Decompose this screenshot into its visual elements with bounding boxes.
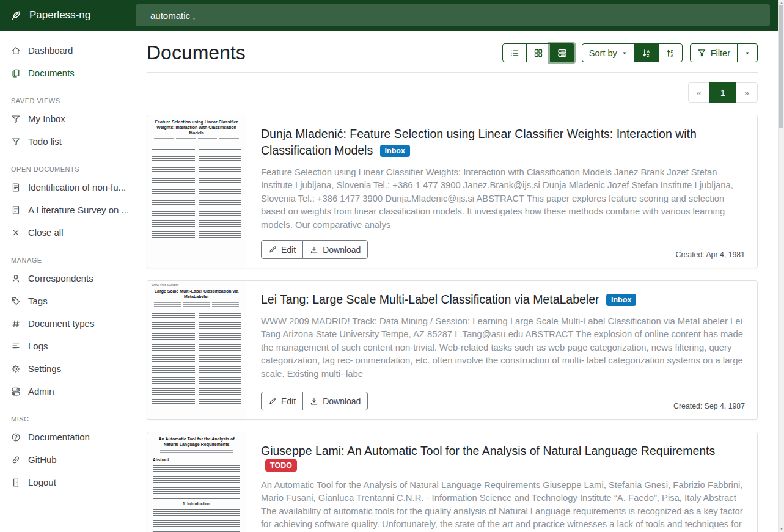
sort-alpha-up-icon: Z A [665, 48, 675, 58]
sidebar-item-label: Logs [28, 341, 48, 351]
pencil-icon [268, 246, 277, 254]
document-thumbnail[interactable]: WWW 2009 MADRID! Large Scale Multi-Label… [147, 281, 246, 419]
filter-label: Filter [711, 48, 730, 58]
scrollbar-up-arrow-icon[interactable]: ▲ [779, 1, 784, 5]
sidebar-item-admin[interactable]: Admin [0, 380, 130, 403]
sidebar-item-dashboard[interactable]: Dashboard [0, 39, 130, 62]
sidebar: Dashboard Documents SAVED VIEWS My Inbox… [0, 31, 130, 532]
edit-button[interactable]: Edit [261, 392, 303, 410]
thumbnail-body [152, 313, 241, 405]
sidebar-item-settings[interactable]: Settings [0, 357, 130, 380]
funnel-icon [11, 114, 21, 124]
view-toggle-group [502, 43, 574, 62]
caret-down-icon [744, 50, 750, 56]
document-title-link[interactable]: Lei Tang: Large Scale Multi-Label Classi… [261, 293, 599, 306]
list-view-button[interactable] [502, 43, 527, 62]
document-card: WWW 2009 MADRID! Large Scale Multi-Label… [147, 280, 758, 420]
sidebar-section-open-documents: OPEN DOCUMENTS [11, 166, 130, 173]
funnel-icon [697, 48, 706, 57]
sidebar-section-manage: MANAGE [11, 257, 130, 264]
sidebar-item-label: Documentation [28, 432, 90, 442]
pagination-next-button[interactable]: » [736, 82, 758, 103]
sidebar-item-label: Todo list [28, 136, 62, 147]
edit-label: Edit [281, 245, 296, 255]
filter-button[interactable]: Filter [690, 43, 738, 62]
svg-text:Z: Z [647, 53, 649, 57]
sidebar-item-documentation[interactable]: Documentation [0, 426, 130, 448]
details-view-button[interactable] [550, 43, 574, 62]
page-scrollbar[interactable]: ▲ ▼ [778, 0, 784, 532]
sort-by-button[interactable]: Sort by [582, 43, 635, 62]
document-card: An Automatic Tool for the Analysis of Na… [147, 432, 758, 532]
sidebar-item-tags[interactable]: Tags [0, 290, 130, 312]
sidebar-item-open-doc-2[interactable]: A Literature Survey on ... [0, 199, 130, 221]
download-button[interactable]: Download [302, 240, 368, 259]
document-thumbnail[interactable]: Feature Selection using Linear Classifie… [147, 115, 246, 268]
sort-descending-button[interactable]: A Z [634, 43, 659, 62]
sort-group: Sort by A Z [582, 43, 683, 62]
download-icon [310, 397, 318, 406]
sidebar-item-document-types[interactable]: Document types [0, 312, 130, 335]
documents-toolbar: Sort by A Z [502, 43, 758, 62]
main-content: Documents [130, 31, 778, 532]
app-brand[interactable]: Paperless-ng [0, 9, 130, 21]
door-icon [11, 478, 21, 487]
sidebar-item-label: Identification of non-fu... [28, 182, 126, 192]
leaf-logo-icon [10, 10, 22, 21]
thumbnail-body [152, 149, 241, 241]
pencil-icon [268, 397, 277, 406]
toggles-icon [11, 387, 21, 396]
sidebar-item-my-inbox[interactable]: My Inbox [0, 107, 130, 130]
scrollbar-down-arrow-icon[interactable]: ▼ [779, 527, 784, 531]
thumbnail-body [153, 508, 240, 532]
card-actions: Edit Download [261, 240, 368, 259]
sidebar-item-label: Document types [28, 318, 94, 329]
sidebar-item-label: Settings [28, 363, 61, 374]
tag-badge-inbox[interactable]: Inbox [380, 145, 410, 157]
person-icon [11, 274, 21, 283]
header-divider [147, 72, 758, 73]
sidebar-item-close-all[interactable]: Close all [0, 221, 130, 244]
sort-ascending-button[interactable]: Z A [658, 43, 683, 62]
document-thumbnail[interactable]: An Automatic Tool for the Analysis of Na… [147, 432, 246, 532]
filter-group: Filter [690, 43, 758, 62]
filter-dropdown-button[interactable] [737, 43, 758, 62]
sidebar-item-github[interactable]: GitHub [0, 448, 130, 471]
sidebar-item-todo-list[interactable]: Todo list [0, 130, 130, 153]
edit-label: Edit [281, 396, 296, 406]
sidebar-item-label: Admin [28, 386, 54, 396]
sidebar-item-label: Correspondents [28, 273, 93, 283]
thumbnail-section: 1. Introduction [153, 501, 240, 506]
document-excerpt: An Automatic Tool for the Analysis of Na… [261, 479, 745, 532]
sort-alpha-down-icon: A Z [642, 48, 651, 58]
svg-text:Z: Z [670, 49, 673, 53]
document-title-link[interactable]: Giuseppe Lami: An Automatic Tool for the… [261, 444, 715, 457]
sidebar-item-correspondents[interactable]: Correspondents [0, 267, 130, 290]
created-date: Created: Sep 4, 1987 [673, 402, 745, 410]
pagination-page-1-button[interactable]: 1 [709, 82, 736, 103]
edit-button[interactable]: Edit [261, 240, 303, 259]
scrollbar-thumb[interactable] [779, 5, 783, 128]
tag-badge-inbox[interactable]: Inbox [606, 294, 636, 306]
search-input[interactable] [136, 4, 770, 26]
sidebar-item-logs[interactable]: Logs [0, 335, 130, 357]
link-icon [11, 455, 21, 465]
sidebar-item-documents[interactable]: Documents [0, 62, 130, 84]
pagination-prev-button[interactable]: « [688, 82, 710, 103]
sidebar-item-logout[interactable]: Logout [0, 471, 130, 494]
document-card: Feature Selection using Linear Classifie… [147, 115, 758, 268]
sidebar-item-label: Logout [28, 477, 56, 487]
document-excerpt: Feature Selection using Linear Classifie… [261, 166, 745, 231]
document-title-link[interactable]: Dunja Mladenić: Feature Selection using … [261, 127, 697, 157]
sidebar-item-label: Documents [28, 68, 75, 78]
thumbnail-header: WWW 2009 MADRID! [152, 284, 241, 287]
close-icon [11, 228, 21, 238]
sidebar-item-open-doc-1[interactable]: Identification of non-fu... [0, 176, 130, 199]
download-button[interactable]: Download [302, 392, 368, 410]
grid-view-button[interactable] [526, 43, 551, 62]
thumbnail-title: Feature Selection using Linear Classifie… [153, 120, 240, 136]
sidebar-section-saved-views: SAVED VIEWS [11, 97, 130, 104]
thumbnail-title: Large Scale Multi-Label Classification v… [153, 289, 240, 300]
tag-icon [11, 296, 21, 306]
tag-badge-todo[interactable]: TODO [265, 459, 297, 472]
